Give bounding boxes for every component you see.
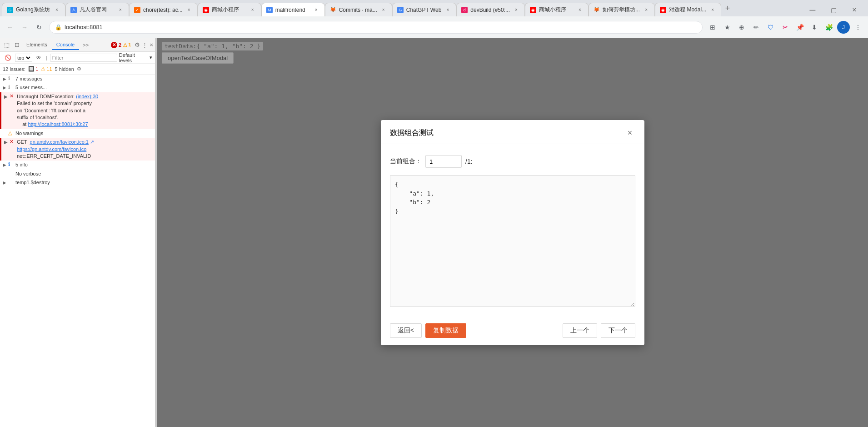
maximize-button[interactable]: ▢ bbox=[823, 4, 843, 16]
tab-9[interactable]: ◉ 商城小程序 × bbox=[525, 3, 589, 16]
get-error-link[interactable]: gn.antdv.com/favicon.ico:1 bbox=[30, 139, 89, 145]
devtools-close-icon[interactable]: × bbox=[150, 41, 153, 48]
msg-row-tempdestroy[interactable]: ▶ temp1.$destroy bbox=[0, 178, 155, 187]
inspect-element-icon[interactable]: ⬚ bbox=[2, 40, 12, 50]
devtools-more-icon[interactable]: ⋮ bbox=[142, 41, 148, 48]
shield-icon[interactable]: 🛡 bbox=[764, 21, 777, 34]
msg-row-5info[interactable]: ▶ ℹ 5 info bbox=[0, 161, 155, 169]
tab-5-title: malifrontend bbox=[275, 7, 310, 13]
tab-1[interactable]: G Golang系统坊 × bbox=[2, 3, 65, 16]
browser-frame: G Golang系统坊 × 人 凡人谷官网 × ✓ chore(test): a… bbox=[0, 0, 868, 427]
tab-5[interactable]: M malifrontend × bbox=[261, 3, 325, 16]
error-at-link[interactable]: http://localhost:8081/:30:27 bbox=[28, 121, 88, 127]
copy-data-button[interactable]: 复制数据 bbox=[425, 323, 466, 338]
tab-7-close[interactable]: × bbox=[444, 6, 451, 14]
default-levels-dropdown[interactable]: Default levels ▾ bbox=[119, 52, 152, 63]
combination-label: 当前组合： bbox=[390, 157, 422, 166]
get-error-link2[interactable]: https://gn.antdv.com/favicon.ico bbox=[17, 146, 86, 152]
tab-8-close[interactable]: × bbox=[513, 6, 520, 14]
lock-icon: 🔒 bbox=[55, 24, 62, 30]
warning-count-badge: △ 1 bbox=[123, 42, 131, 48]
expand-icon-8: ▶ bbox=[3, 180, 8, 185]
menu-icon[interactable]: ⋮ bbox=[852, 21, 864, 34]
back-button[interactable]: ← bbox=[4, 21, 16, 34]
next-button[interactable]: 下一个 bbox=[601, 323, 635, 338]
tab-4[interactable]: ◉ 商城小程序 × bbox=[198, 3, 261, 16]
tab-3-title: chore(test): ac... bbox=[143, 7, 183, 13]
user-avatar-icon[interactable]: J bbox=[837, 21, 850, 34]
coupon-icon[interactable]: ✂ bbox=[779, 21, 792, 34]
tab-5-close[interactable]: × bbox=[313, 6, 320, 14]
console-messages: ▶ ℹ 7 messages ▶ ℹ 5 user mess... ▶ ✕ Un… bbox=[0, 75, 155, 427]
prev-button[interactable]: 上一个 bbox=[563, 323, 597, 338]
devtools-tab-elements[interactable]: Elements bbox=[22, 40, 52, 50]
modal-title: 数据组合测试 bbox=[390, 128, 434, 138]
console-filter-input[interactable] bbox=[50, 54, 117, 62]
msg-row-no-warnings: △ No warnings bbox=[0, 129, 155, 138]
console-ban-icon[interactable]: 🚫 bbox=[3, 54, 13, 62]
tab-4-title: 商城小程序 bbox=[212, 6, 246, 14]
reload-button[interactable]: ↻ bbox=[33, 21, 45, 34]
tab-7-favicon: G bbox=[397, 7, 404, 13]
modal-footer: 返回< 复制数据 上一个 下一个 bbox=[381, 318, 644, 345]
tab-2-close[interactable]: × bbox=[117, 6, 124, 14]
console-context-select[interactable]: top bbox=[15, 54, 32, 62]
ext-puzzle-icon[interactable]: 🧩 bbox=[823, 21, 835, 34]
devtools-tab-more[interactable]: >> bbox=[79, 40, 92, 50]
error-link-1[interactable]: (index):30 bbox=[76, 94, 98, 99]
close-window-button[interactable]: × bbox=[844, 4, 864, 16]
issues-error-badge: 🔲1 bbox=[28, 66, 38, 72]
tab-10-favicon: 🦊 bbox=[594, 7, 600, 13]
msg-text-tempdestroy: temp1.$destroy bbox=[15, 179, 152, 186]
tab-3[interactable]: ✓ chore(test): ac... × bbox=[129, 3, 198, 16]
msg-row-domexception[interactable]: ▶ ✕ Uncaught DOMException: (index):30 Fa… bbox=[0, 92, 155, 129]
console-eye-icon[interactable]: 👁 bbox=[34, 54, 43, 62]
tab-2-title: 凡人谷官网 bbox=[80, 6, 114, 14]
main-area: ⬚ ⊡ Elements Console >> ✕ 2 △ 1 ⚙ ⋮ × bbox=[0, 38, 868, 427]
data-textarea[interactable]: { "a": 1, "b": 2 } bbox=[390, 175, 635, 307]
tab-6[interactable]: 🦊 Commits · ma... × bbox=[325, 3, 392, 16]
url-bar[interactable]: 🔒 localhost:8081 bbox=[49, 21, 703, 34]
bookmark-star-icon[interactable]: ★ bbox=[721, 21, 733, 34]
toolbar-icons: ⊞ ★ ⊕ ✏ 🛡 ✂ 📌 ⬇ 🧩 J ⋮ bbox=[706, 21, 864, 34]
msg-row-get-error[interactable]: ▶ ✕ GET gn.antdv.com/favicon.ico:1 ↗ htt… bbox=[0, 138, 155, 161]
profile-icon[interactable]: ✏ bbox=[750, 21, 763, 34]
modal-footer-left: 返回< 复制数据 bbox=[390, 323, 466, 338]
tab-10[interactable]: 🦊 如何劳举模坊... × bbox=[589, 3, 655, 16]
tab-1-close[interactable]: × bbox=[53, 6, 60, 14]
extension-icon[interactable]: ⊕ bbox=[735, 21, 748, 34]
forward-button[interactable]: → bbox=[18, 21, 31, 34]
tab-6-close[interactable]: × bbox=[380, 6, 387, 14]
new-tab-button[interactable]: + bbox=[721, 2, 734, 15]
warn-icon-1: △ bbox=[8, 130, 15, 136]
msg-icon-1: ℹ bbox=[8, 75, 15, 81]
tab-11-close[interactable]: × bbox=[709, 6, 716, 14]
modal-close-button[interactable]: × bbox=[624, 127, 635, 138]
tab-9-close[interactable]: × bbox=[576, 6, 584, 14]
issues-settings-icon[interactable]: ⚙ bbox=[77, 66, 81, 72]
tab-10-close[interactable]: × bbox=[643, 6, 650, 14]
tab-4-close[interactable]: × bbox=[249, 6, 256, 14]
tab-3-close[interactable]: × bbox=[185, 6, 193, 14]
combination-input[interactable] bbox=[425, 155, 462, 168]
minimize-button[interactable]: ─ bbox=[803, 4, 823, 16]
address-bar: ← → ↻ 🔒 localhost:8081 ⊞ ★ ⊕ ✏ 🛡 ✂ 📌 ⬇ 🧩… bbox=[0, 16, 868, 38]
back-button-modal[interactable]: 返回< bbox=[390, 323, 422, 338]
msg-group-7messages[interactable]: ▶ ℹ 7 messages bbox=[0, 75, 155, 83]
responsive-mode-icon[interactable]: ⊡ bbox=[12, 40, 22, 50]
devtools-tab-console[interactable]: Console bbox=[52, 40, 79, 50]
tab-2[interactable]: 人 凡人谷官网 × bbox=[65, 3, 129, 16]
translate-icon[interactable]: ⊞ bbox=[706, 21, 719, 34]
pin-icon[interactable]: 📌 bbox=[793, 21, 806, 34]
msg-group-5usermessages[interactable]: ▶ ℹ 5 user mess... bbox=[0, 83, 155, 92]
divider-1: | bbox=[46, 55, 47, 60]
tab-7[interactable]: G ChatGPT Web × bbox=[392, 3, 457, 16]
download-icon[interactable]: ⬇ bbox=[808, 21, 821, 34]
tab-11[interactable]: ◉ 对适程 Modal... × bbox=[655, 3, 721, 16]
expand-icon-6: ▶ bbox=[3, 162, 8, 167]
devtools-panel: ⬚ ⊡ Elements Console >> ✕ 2 △ 1 ⚙ ⋮ × bbox=[0, 38, 155, 427]
tab-10-title: 如何劳举模坊... bbox=[603, 6, 640, 14]
msg-text-5info: 5 info bbox=[15, 161, 152, 168]
devtools-settings-icon[interactable]: ⚙ bbox=[135, 41, 140, 48]
tab-8[interactable]: d devBuild (#50:... × bbox=[456, 3, 525, 16]
